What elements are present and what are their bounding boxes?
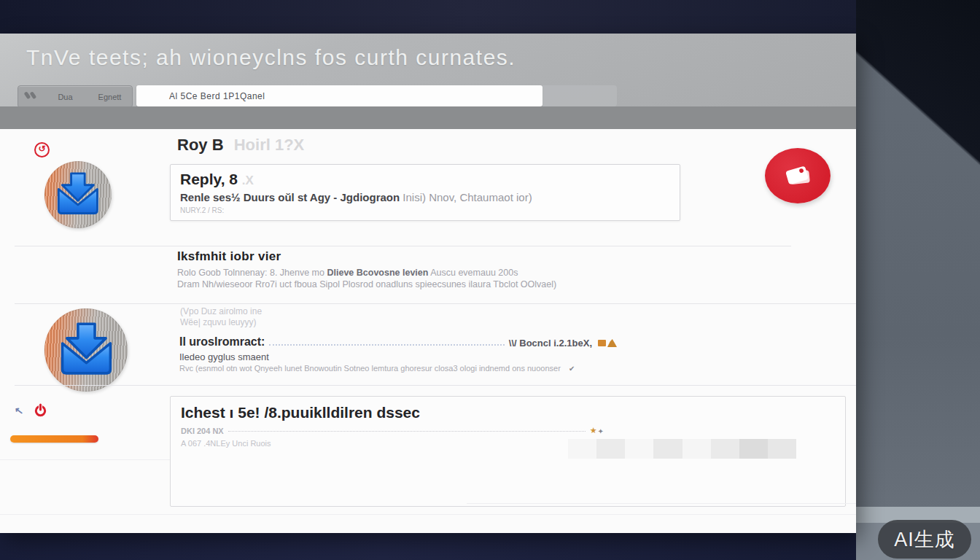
main-content: ↺ Roy B Hoirl 1?X Reply, 8 .X xyxy=(0,129,856,533)
section2-line1b: Dlieve Bcovosne levien xyxy=(327,268,428,278)
section3-small-line: Rvc (esnmol otn wot Qnyeeh lunet Bnowout… xyxy=(179,364,561,373)
reply-card-title: Reply, 8 .X xyxy=(180,171,254,188)
refresh-glyph: ↺ xyxy=(38,144,45,154)
contact-name-faint: Hoirl 1?X xyxy=(234,136,305,154)
reply-card-meta: NURY.2 / RS: xyxy=(180,206,224,214)
contact-heading: Roy B Hoirl 1?X xyxy=(177,136,304,155)
power-icon[interactable] xyxy=(34,403,47,420)
skeleton-cell-4 xyxy=(682,439,711,459)
desktop-diagonal-shadow xyxy=(856,0,980,314)
inbox-download-icon xyxy=(54,315,119,385)
tag-icon xyxy=(774,155,822,197)
desktop: TnVe teets; ah wioneyclns fos curth curn… xyxy=(0,0,980,560)
reply-card[interactable]: Reply, 8 .X Renle ses½ Duurs oŭl st Agy … xyxy=(170,164,680,221)
mountain-icon xyxy=(607,339,617,347)
section2-body: Rolo Goob Tolnnenay: 8. Jhenve mo Dlieve… xyxy=(177,268,556,290)
progress-bar xyxy=(10,435,98,443)
bottom-card[interactable]: Ichest ı 5e! /8.puuiklldilren dssec DKI … xyxy=(170,396,846,507)
section2-heading: Iksfmhit iobr vier xyxy=(177,249,281,264)
skeleton-cell-3 xyxy=(653,439,682,459)
reply-title-faint: .X xyxy=(242,174,254,187)
skeleton-row xyxy=(568,439,796,459)
skeleton-cell-2 xyxy=(625,439,653,459)
section2-line1a: Rolo Goob Tolnnenay: 8. Jhenve mo xyxy=(177,268,327,278)
bottom-card-dot-label: DKI 204 NX xyxy=(181,427,224,435)
section3-value: \\/ Bocncl i.2.1beX, xyxy=(509,338,592,349)
spark-icon: ✦ xyxy=(598,427,604,435)
avatar[interactable] xyxy=(44,161,112,228)
bottom-card-leader-row: DKI 204 NX ★ ✦ xyxy=(181,426,604,435)
toolbar-button-egnett[interactable]: Egnett xyxy=(88,93,132,101)
window-title: TnVe teets; ah wioneyclns fos curth curn… xyxy=(26,45,516,70)
section3-faint-line1: (Vpo Duz airolmo ine xyxy=(180,306,262,316)
avatar[interactable] xyxy=(44,308,128,392)
toolbar-strokes-icon xyxy=(18,90,43,104)
bottom-card-graytext: A 067 .4NLEy Unci Ruois xyxy=(181,439,271,448)
section3-subtext: Iledeo gyglus smaent xyxy=(179,351,269,362)
divider xyxy=(467,503,856,504)
search-input[interactable]: Al 5Ce Berd 1P1Qanel xyxy=(136,85,542,106)
dotted-leader xyxy=(269,344,504,346)
inbox-download-icon xyxy=(52,166,104,222)
bottom-card-heading: Ichest ı 5e! /8.puuiklldilren dssec xyxy=(181,404,420,421)
refresh-icon[interactable]: ↺ xyxy=(34,142,50,158)
ai-generated-watermark: AI生成 xyxy=(878,520,971,559)
reply-subtitle-dark: Renle ses½ Duurs oŭl st Agy - Jgdiograon xyxy=(180,191,400,203)
desktop-top-strip xyxy=(0,0,856,34)
search-input-extension[interactable] xyxy=(542,85,617,106)
divider xyxy=(15,303,856,304)
check-icon: ✔ xyxy=(569,365,575,373)
app-window: TnVe teets; ah wioneyclns fos curth curn… xyxy=(0,34,856,533)
toolbar-button-dua[interactable]: Dua xyxy=(43,93,88,101)
dotted-leader xyxy=(228,431,586,432)
window-titlebar[interactable]: TnVe teets; ah wioneyclns fos curth curn… xyxy=(0,34,856,106)
reply-card-subtitle: Renle ses½ Duurs oŭl st Agy - Jgdiograon… xyxy=(180,191,532,203)
tag-action-button[interactable] xyxy=(765,148,831,203)
reply-title-text: Reply, 8 xyxy=(180,171,238,187)
flag-icon xyxy=(598,340,606,346)
skeleton-cell-7 xyxy=(768,439,796,459)
section3-faint-line2: Wëe| zquvu leuyyy) xyxy=(180,317,257,327)
watermark-label: AI生成 xyxy=(894,526,955,553)
divider xyxy=(15,246,791,246)
reply-subtitle-light: Inisi) Nnov, Chtaumaot ior) xyxy=(402,191,532,203)
star-icon: ★ xyxy=(590,426,597,435)
titlebar-lower-strip xyxy=(0,106,856,129)
section2-line2: Dram Nh/wieseoor Rro7i uct fboua Sipol P… xyxy=(177,279,556,289)
section3-leader-row: Il uroslromract: \\/ Bocncl i.2.1beX, xyxy=(179,335,617,349)
cursor-glyph: ↖ xyxy=(14,404,24,416)
skeleton-cell-1 xyxy=(596,439,625,459)
skeleton-cell-0 xyxy=(568,439,596,459)
toolbar-button-group[interactable]: Dua Egnett xyxy=(18,85,133,108)
divider xyxy=(15,385,856,386)
section3-label: Il uroslromract: xyxy=(179,335,265,349)
section2-line1c: Auscu evemauu 200s xyxy=(428,268,518,278)
divider xyxy=(0,514,856,515)
divider xyxy=(0,459,170,460)
desktop-bottom-strip xyxy=(0,533,856,560)
section3-smalltext: Rvc (esnmol otn wot Qnyeeh lunet Bnowout… xyxy=(179,364,575,373)
skeleton-cell-5 xyxy=(711,439,739,459)
contact-name: Roy B xyxy=(177,136,224,154)
skeleton-cell-6 xyxy=(739,439,768,459)
cursor-icon[interactable]: ↖ xyxy=(14,404,24,416)
search-input-value: Al 5Ce Berd 1P1Qanel xyxy=(169,91,265,101)
